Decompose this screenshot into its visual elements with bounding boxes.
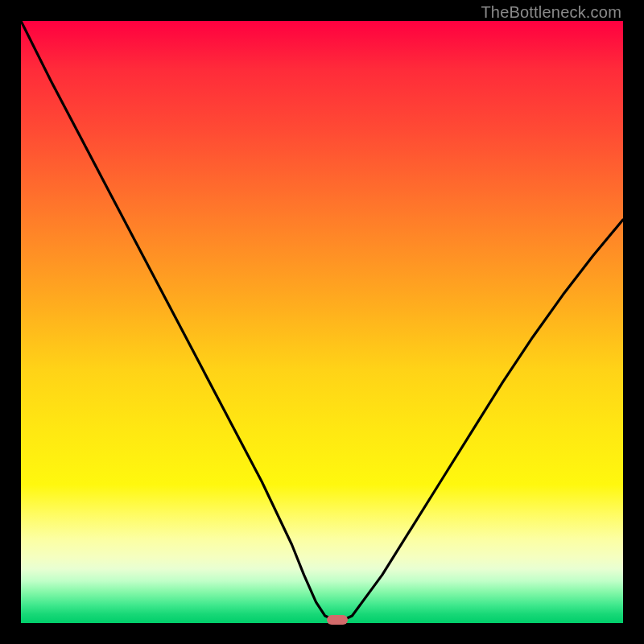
plot-area — [21, 21, 623, 623]
chart-frame: TheBottleneck.com — [0, 0, 644, 644]
watermark-text: TheBottleneck.com — [481, 3, 621, 22]
optimum-marker — [327, 615, 348, 625]
bottleneck-curve — [21, 21, 623, 623]
